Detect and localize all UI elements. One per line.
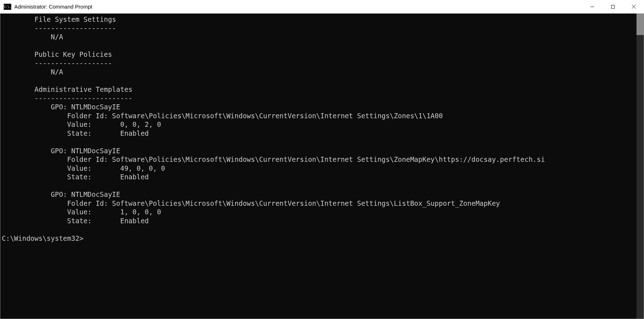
window-title: Administrator: Command Prompt <box>14 4 582 10</box>
vertical-scrollbar[interactable] <box>637 14 644 319</box>
cmd-icon: C:\. <box>4 4 11 10</box>
maximize-icon <box>611 5 615 9</box>
window-titlebar[interactable]: C:\. Administrator: Command Prompt <box>0 0 644 14</box>
terminal-wrapper: File System Settings -------------------… <box>0 14 644 319</box>
terminal-output[interactable]: File System Settings -------------------… <box>0 14 637 319</box>
cmd-icon-text: C:\. <box>4 5 11 9</box>
close-button[interactable] <box>623 0 644 13</box>
minimize-button[interactable] <box>582 0 603 13</box>
minimize-icon <box>590 5 594 9</box>
maximize-button[interactable] <box>603 0 623 13</box>
window-controls <box>582 0 644 13</box>
close-icon <box>632 4 636 9</box>
svg-rect-1 <box>612 5 615 8</box>
scrollbar-thumb[interactable] <box>637 14 644 35</box>
